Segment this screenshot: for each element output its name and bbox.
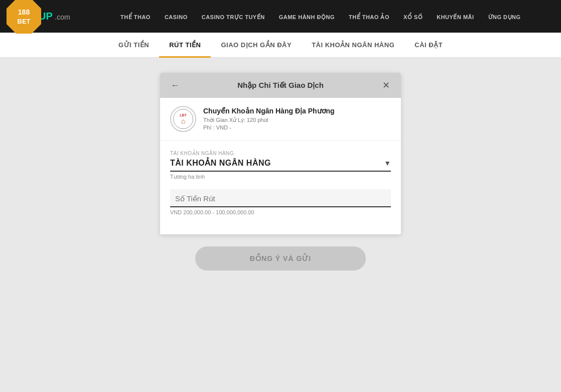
svg-marker-0 — [7, 0, 41, 34]
back-button[interactable]: ← — [168, 78, 182, 92]
account-sub-label: Tương ha tinh — [170, 174, 391, 180]
transaction-modal: ← Nhập Chi Tiết Giao Dịch ✕ LBT ⌂ Chuyển… — [160, 73, 401, 234]
bank-details: Chuyển Khoản Ngân Hàng Địa Phương Thời G… — [203, 107, 335, 132]
nav-item-the-thao-ao[interactable]: THỂ THAO ẢO — [342, 12, 396, 21]
bank-fee: Phí : VND - — [203, 124, 335, 130]
svg-text:BET: BET — [18, 18, 31, 25]
nav-item-khuyen-mai[interactable]: KHUYẾN MÃI — [430, 12, 481, 21]
modal-header: ← Nhập Chi Tiết Giao Dịch ✕ — [160, 73, 401, 98]
amount-input[interactable] — [175, 194, 386, 203]
nav-item-casino-truc-tuyen[interactable]: CASINO TRỰC TUYẾN — [195, 12, 272, 21]
amount-hint: VND 200,000.00 - 100,000,000.00 — [170, 209, 391, 215]
submit-section: ĐỒNG Ý VÀ GỬI — [195, 246, 366, 271]
sec-nav-tai-khoan[interactable]: TÀI KHOẢN NGÂN HÀNG — [302, 33, 404, 58]
nav-item-casino[interactable]: CASINO — [158, 12, 195, 21]
close-button[interactable]: ✕ — [379, 78, 393, 92]
sec-nav-list: GỬI TIỀN RÚT TIỀN GIAO DỊCH GẦN ĐÂY TÀI … — [108, 33, 453, 58]
nav-item-xo-so[interactable]: XỔ SỐ — [396, 12, 430, 21]
sec-nav-gui-tien[interactable]: GỬI TIỀN — [108, 33, 159, 58]
amount-form-group: VND 200,000.00 - 100,000,000.00 — [170, 189, 391, 215]
form-section: TÀI KHOẢN NGÂN HÀNG TÀI KHOẢN NGÂN HÀNG … — [160, 141, 401, 234]
nav-item-ung-dung[interactable]: ỨNG DỤNG — [481, 12, 528, 21]
bank-logo: LBT ⌂ — [170, 106, 196, 132]
bank-logo-inner: LBT ⌂ — [173, 109, 193, 129]
bank-name: Chuyển Khoản Ngân Hàng Địa Phương — [203, 107, 335, 115]
logo-octagon: 188 BET — [5, 0, 43, 35]
logo-dot-com: .com — [55, 13, 70, 21]
account-label: TÀI KHOẢN NGÂN HÀNG — [170, 151, 391, 156]
svg-text:188: 188 — [18, 8, 30, 16]
logo[interactable]: 188 BET UP .com — [5, 0, 70, 35]
chevron-down-icon: ▼ — [384, 159, 391, 167]
nav-item-game-hanh-dong[interactable]: GAME HÀNH ĐỘNG — [272, 12, 342, 21]
bank-house-icon: ⌂ — [181, 117, 185, 125]
account-select[interactable]: TÀI KHOẢN NGÂN HÀNG ▼ — [170, 158, 391, 172]
bank-logo-text: LBT — [180, 113, 187, 117]
amount-input-wrap — [170, 189, 391, 207]
sec-nav-rut-tien[interactable]: RÚT TIỀN — [159, 33, 211, 58]
main-content: ← Nhập Chi Tiết Giao Dịch ✕ LBT ⌂ Chuyển… — [0, 58, 561, 392]
account-selected-value: TÀI KHOẢN NGÂN HÀNG — [170, 159, 271, 167]
sec-nav-giao-dich[interactable]: GIAO DỊCH GẦN ĐÂY — [211, 33, 302, 58]
sec-nav-cai-dat[interactable]: CÀI ĐẶT — [404, 33, 453, 58]
secondary-navigation: GỬI TIỀN RÚT TIỀN GIAO DỊCH GẦN ĐÂY TÀI … — [0, 33, 561, 58]
bank-info-section: LBT ⌂ Chuyển Khoản Ngân Hàng Địa Phương … — [160, 98, 401, 141]
submit-button[interactable]: ĐỒNG Ý VÀ GỬI — [195, 246, 366, 271]
nav-item-the-thao[interactable]: THỂ THAO — [113, 12, 158, 21]
main-nav-list: THỂ THAO CASINO CASINO TRỰC TUYẾN GAME H… — [85, 12, 556, 21]
bank-processing-time: Thời Gian Xử Lý: 120 phút — [203, 117, 335, 123]
account-form-group: TÀI KHOẢN NGÂN HÀNG TÀI KHOẢN NGÂN HÀNG … — [170, 151, 391, 180]
top-navigation: 188 BET UP .com THỂ THAO CASINO CASINO T… — [0, 0, 561, 33]
modal-title: Nhập Chi Tiết Giao Dịch — [182, 81, 379, 90]
